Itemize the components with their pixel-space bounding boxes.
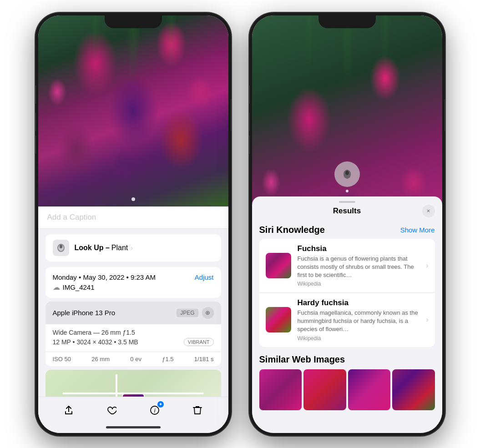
fuchsia-thumb — [266, 253, 291, 278]
left-screen: Add a Caption Look Up – Plant › — [38, 15, 228, 433]
similar-title: Similar Web Images — [259, 354, 435, 365]
svg-point-0 — [60, 245, 62, 248]
camera-specs: Wide Camera — 26 mm ƒ1.5 12 MP • 3024 × … — [45, 324, 221, 352]
page-dot — [131, 197, 135, 201]
similar-img-4[interactable] — [392, 369, 435, 410]
lookup-row[interactable]: Look Up – Plant › — [45, 234, 221, 262]
right-screen: Results × Siri Knowledge Show More — [252, 15, 442, 433]
map-photo-thumbnail — [122, 393, 145, 397]
similar-img-3[interactable] — [348, 369, 391, 410]
fuchsia-desc: Fuchsia is a genus of flowering plants t… — [298, 255, 420, 280]
delete-button[interactable] — [189, 402, 206, 418]
adjust-button[interactable]: Adjust — [195, 273, 214, 281]
device-name: Apple iPhone 13 Pro — [53, 309, 116, 317]
right-notch — [318, 13, 376, 28]
left-phone: Add a Caption Look Up – Plant › — [35, 13, 231, 436]
lookup-chevron-icon: › — [131, 244, 133, 252]
hardy-desc: Fuchsia magellanica, commonly known as t… — [298, 309, 420, 334]
camera-line2: 12 MP • 3024 × 4032 • 3.5 MB VIBRANT — [53, 338, 214, 346]
info-badge: ✦ — [157, 401, 164, 408]
home-bar — [106, 426, 161, 428]
meta-section: Monday • May 30, 2022 • 9:23 AM Adjust ☁… — [45, 267, 221, 298]
info-panel[interactable]: Add a Caption Look Up – Plant › — [38, 206, 228, 397]
lookup-icon — [53, 240, 69, 256]
fuchsia-chevron-icon: › — [426, 262, 428, 270]
camera-mp: 12 MP • 3024 × 4032 • 3.5 MB — [53, 338, 138, 346]
map-section[interactable] — [45, 370, 221, 397]
lookup-bold: Look Up – — [75, 244, 110, 252]
hardy-text: Hardy fuchsia Fuchsia magellanica, commo… — [298, 298, 420, 342]
filename: IMG_4241 — [63, 283, 95, 291]
similar-img-2[interactable] — [303, 369, 346, 410]
device-section: Apple iPhone 13 Pro JPEG ⊕ Wide Camera —… — [45, 302, 221, 366]
siri-knowledge-title: Siri Knowledge — [259, 225, 325, 235]
show-more-button[interactable]: Show More — [400, 226, 435, 234]
similar-grid[interactable] — [259, 369, 435, 410]
siri-dot — [346, 190, 349, 192]
favorite-button[interactable] — [103, 402, 120, 418]
caption-row[interactable]: Add a Caption — [38, 206, 228, 229]
exif-aperture: ƒ1.5 — [162, 356, 173, 362]
results-close-button[interactable]: × — [422, 205, 435, 217]
knowledge-item-hardy[interactable]: Hardy fuchsia Fuchsia magellanica, commo… — [259, 293, 435, 347]
location-badge: ⊕ — [202, 307, 214, 319]
siri-knowledge-header: Siri Knowledge Show More — [259, 225, 435, 235]
results-header: Results × — [252, 203, 442, 219]
notch — [105, 13, 162, 28]
knowledge-item-fuchsia[interactable]: Fuchsia Fuchsia is a genus of flowering … — [259, 239, 435, 293]
hardy-name: Hardy fuchsia — [298, 298, 420, 307]
exif-focal: 26 mm — [91, 356, 110, 362]
hardy-chevron-icon: › — [426, 316, 428, 324]
exif-row: ISO 50 26 mm 0 ev ƒ1.5 1/181 s — [45, 352, 221, 366]
lookup-plain: Plant — [111, 244, 128, 252]
format-badge: JPEG — [177, 309, 198, 317]
photo-area[interactable] — [38, 15, 228, 206]
exif-ev: 0 ev — [130, 356, 141, 362]
device-header: Apple iPhone 13 Pro JPEG ⊕ — [45, 302, 221, 324]
camera-line1: Wide Camera — 26 mm ƒ1.5 — [53, 329, 214, 336]
siri-lookup-button[interactable] — [334, 161, 360, 187]
svg-text:i: i — [154, 408, 155, 414]
similar-img-1[interactable] — [259, 369, 302, 410]
right-phone: Results × Siri Knowledge Show More — [249, 13, 445, 436]
right-photo-area: Results × Siri Knowledge Show More — [252, 15, 442, 433]
lookup-label: Look Up – Plant › — [75, 244, 133, 252]
exif-iso: ISO 50 — [53, 356, 71, 362]
cloud-icon: ☁ — [53, 283, 60, 292]
meta-date: Monday • May 30, 2022 • 9:23 AM — [53, 273, 156, 281]
fuchsia-text: Fuchsia Fuchsia is a genus of flowering … — [298, 244, 420, 287]
similar-section: Similar Web Images — [259, 354, 435, 410]
info-button[interactable]: i ✦ — [147, 402, 163, 418]
caption-placeholder[interactable]: Add a Caption — [47, 213, 96, 221]
hardy-thumb — [266, 307, 291, 332]
device-badges: JPEG ⊕ — [177, 307, 213, 319]
vibrant-badge: VIBRANT — [184, 338, 214, 346]
results-title: Results — [333, 206, 361, 216]
exif-shutter: 1/181 s — [194, 356, 214, 362]
results-content[interactable]: Siri Knowledge Show More Fuchsia Fuchsia… — [252, 219, 442, 428]
meta-filename: ☁ IMG_4241 — [53, 283, 214, 292]
knowledge-card: Fuchsia Fuchsia is a genus of flowering … — [259, 239, 435, 347]
svg-point-3 — [345, 171, 349, 175]
share-button[interactable] — [61, 402, 77, 418]
fuchsia-name: Fuchsia — [298, 244, 420, 253]
hardy-source: Wikipedia — [298, 335, 420, 342]
fuchsia-source: Wikipedia — [298, 281, 420, 287]
results-panel: Results × Siri Knowledge Show More — [252, 196, 442, 433]
